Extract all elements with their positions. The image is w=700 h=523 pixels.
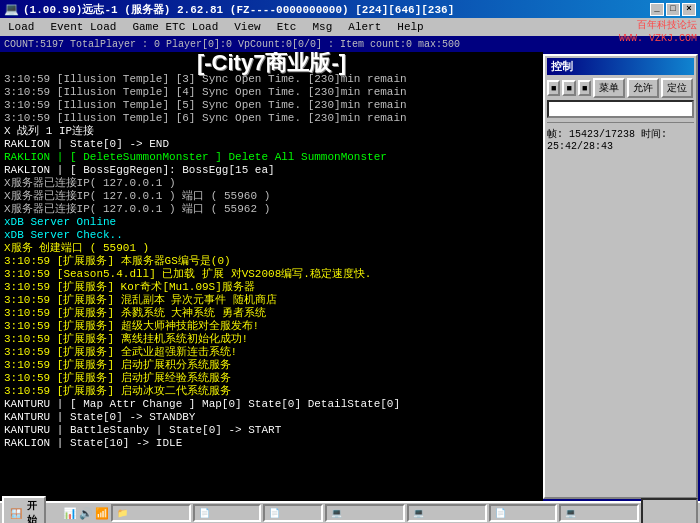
windows-icon: 🪟 <box>10 508 22 519</box>
taskbar-label-3: Data Server... <box>343 508 405 518</box>
window-title: (1.00.90)远志-1 (服务器) 2.62.81 (FZ----00000… <box>23 2 454 17</box>
frame-label: 帧: <box>547 129 563 140</box>
log-line: xDB Server Online <box>4 216 539 229</box>
ctrl-btn-stop3[interactable]: ■ <box>578 80 591 96</box>
ctrl-separator <box>547 122 694 123</box>
log-container: 3:10:59 [Illusion Temple] [3] Sync Open … <box>4 73 539 450</box>
close-button[interactable]: × <box>682 3 696 16</box>
title-bar-left: 💻 (1.00.90)远志-1 (服务器) 2.62.81 (FZ----000… <box>4 2 454 17</box>
time-label: 时间: <box>641 129 667 140</box>
taskbar-item-3[interactable]: 💻 Data Server... <box>325 504 405 522</box>
log-line: X 战列 1 IP连接 <box>4 125 539 138</box>
log-line: 3:10:59 [扩展服务] 杀戮系统 大神系统 勇者系统 <box>4 307 539 320</box>
taskbar-label-5: 媚鸟网站Q... <box>507 507 557 520</box>
log-line: 3:10:59 [扩展服务] 混乱副本 异次元事件 随机商店 <box>4 294 539 307</box>
top-right-watermark: 百年科技论坛 WWW. VZKJ.COM <box>616 18 700 46</box>
taskbar: 🪟 开始 🖥 📊 🔊 📶 📁 D:\MuOnline... 📄 英雄说明-...… <box>0 501 700 523</box>
taskbar-item-4[interactable]: 💻 Data Server... <box>407 504 487 522</box>
app-icon: 💻 <box>4 2 19 17</box>
log-line: 3:10:59 [Illusion Temple] [6] Sync Open … <box>4 112 539 125</box>
control-panel-title: 控制 <box>547 58 694 75</box>
ctrl-btn-stop2[interactable]: ■ <box>562 80 575 96</box>
sys-icon-3: 🔊 <box>79 507 93 520</box>
taskbar-item-5[interactable]: 📄 媚鸟网站Q... <box>489 504 557 522</box>
taskbar-label-0: D:\MuOnline... <box>129 508 191 518</box>
sys-icon-4: 📶 <box>95 507 109 520</box>
log-line: KANTURU | BattleStanby | State[0] -> STA… <box>4 424 539 437</box>
log-line: RAKLION | State[10] -> IDLE <box>4 437 539 450</box>
menu-bar: Load Event Load Game ETC Load View Etc M… <box>0 18 700 36</box>
menu-game-etc-load[interactable]: Game ETC Load <box>128 20 222 34</box>
taskbar-icon-6: 💻 <box>565 508 576 519</box>
taskbar-label-1: 英雄说明-... <box>211 507 261 520</box>
taskbar-label-2: 迷途/微... <box>281 507 324 520</box>
taskbar-label-4: Data Server... <box>425 508 487 518</box>
ctrl-btn-allow[interactable]: 允许 <box>627 78 659 98</box>
log-line: RAKLION | [ DeleteSummonMonster ] Delete… <box>4 151 539 164</box>
ctrl-btn-stop1[interactable]: ■ <box>547 80 560 96</box>
ctrl-frame-info: 帧: 15423/17238 时间: 25:42/28:43 <box>547 127 694 152</box>
taskbar-icon-4: 💻 <box>413 508 424 519</box>
log-line: 3:10:59 [Illusion Temple] [5] Sync Open … <box>4 99 539 112</box>
taskbar-item-6[interactable]: 💻 (1.00.90)粤... <box>559 504 639 522</box>
taskbar-item-0[interactable]: 📁 D:\MuOnline... <box>111 504 191 522</box>
sys-icon-1: 🖥 <box>50 507 61 520</box>
ctrl-buttons-row1: ■ ■ ■ 菜单 允许 定位 <box>547 78 694 98</box>
minimize-button[interactable]: _ <box>650 3 664 16</box>
title-bar: 💻 (1.00.90)远志-1 (服务器) 2.62.81 (FZ----000… <box>0 0 700 18</box>
taskbar-label-6: (1.00.90)粤... <box>577 507 639 520</box>
log-line: X服务器已连接IP( 127.0.0.1 ) 端口 ( 55960 ) <box>4 190 539 203</box>
log-line: KANTURU | State[0] -> STANDBY <box>4 411 539 424</box>
menu-help[interactable]: Help <box>393 20 427 34</box>
log-line: 3:10:59 [扩展服务] 全武业超强新连击系统! <box>4 346 539 359</box>
menu-event-load[interactable]: Event Load <box>46 20 120 34</box>
control-panel: 控制 ■ ■ ■ 菜单 允许 定位 帧: 15423/17238 时间: 25:… <box>543 54 698 499</box>
watermark-line1: 百年科技论坛 <box>619 19 697 32</box>
taskbar-icon-5: 📄 <box>495 508 506 519</box>
taskbar-icon-2: 📄 <box>269 508 280 519</box>
log-line: 3:10:59 [扩展服务] Kor奇术[Mu1.09S]服务器 <box>4 281 539 294</box>
status-text: COUNT:5197 TotalPlayer : 0 Player[0]:0 V… <box>4 39 460 50</box>
title-bar-controls: _ □ × <box>650 3 696 16</box>
log-line: 3:10:59 [扩展服务] 启动扩展经验系统服务 <box>4 372 539 385</box>
menu-msg[interactable]: Msg <box>308 20 336 34</box>
log-line: 3:10:59 [扩展服务] 本服务器GS编号是(0) <box>4 255 539 268</box>
start-button[interactable]: 🪟 开始 <box>2 496 46 523</box>
start-label: 开始 <box>25 499 38 523</box>
log-line: RAKLION | [ BossEggRegen]: BossEgg[15 ea… <box>4 164 539 177</box>
time-value: 25:42/28:43 <box>547 141 613 152</box>
ctrl-btn-menu[interactable]: 菜单 <box>593 78 625 98</box>
taskbar-icon-3: 💻 <box>331 508 342 519</box>
taskbar-item-1[interactable]: 📄 英雄说明-... <box>193 504 261 522</box>
status-bar: COUNT:5197 TotalPlayer : 0 Player[0]:0 V… <box>0 36 700 52</box>
sys-icon-2: 📊 <box>63 507 77 520</box>
ctrl-btn-locate[interactable]: 定位 <box>661 78 693 98</box>
sys-tray-icons: 🖥 📊 🔊 📶 <box>50 507 109 520</box>
menu-view[interactable]: View <box>230 20 264 34</box>
frame-value: 15423/17238 <box>569 129 635 140</box>
taskbar-icon-0: 📁 <box>117 508 128 519</box>
watermark-line2: WWW. VZKJ.COM <box>619 32 697 45</box>
menu-etc[interactable]: Etc <box>273 20 301 34</box>
log-line: X服务器已连接IP( 127.0.0.1 ) 端口 ( 55962 ) <box>4 203 539 216</box>
log-line: RAKLION | State[0] -> END <box>4 138 539 151</box>
console-area: [-City7商业版-] 3:10:59 [Illusion Temple] [… <box>0 52 543 501</box>
log-line: KANTURU | [ Map Attr Change ] Map[0] Sta… <box>4 398 539 411</box>
log-line: 3:10:59 [Illusion Temple] [3] Sync Open … <box>4 73 539 86</box>
ctrl-command-input[interactable] <box>547 100 694 118</box>
city-banner: [-City7商业版-] <box>4 54 539 73</box>
log-line: 3:10:59 [扩展服务] 超级大师神技能对全服发布! <box>4 320 539 333</box>
log-line: 3:10:59 [扩展服务] 启动冰攻二代系统服务 <box>4 385 539 398</box>
log-line: X服务器已连接IP( 127.0.0.1 ) <box>4 177 539 190</box>
log-line: 3:10:59 [Season5.4.dll] 已加载 扩展 对VS2008编写… <box>4 268 539 281</box>
taskbar-item-2[interactable]: 📄 迷途/微... <box>263 504 324 522</box>
menu-alert[interactable]: Alert <box>344 20 385 34</box>
taskbar-clock: 上午 10:30 <box>641 498 698 524</box>
taskbar-icon-1: 📄 <box>199 508 210 519</box>
maximize-button[interactable]: □ <box>666 3 680 16</box>
log-line: X服务 创建端口 ( 55901 ) <box>4 242 539 255</box>
menu-load[interactable]: Load <box>4 20 38 34</box>
log-line: 3:10:59 [扩展服务] 启动扩展积分系统服务 <box>4 359 539 372</box>
main-area: [-City7商业版-] 3:10:59 [Illusion Temple] [… <box>0 52 700 501</box>
log-line: 3:10:59 [Illusion Temple] [4] Sync Open … <box>4 86 539 99</box>
